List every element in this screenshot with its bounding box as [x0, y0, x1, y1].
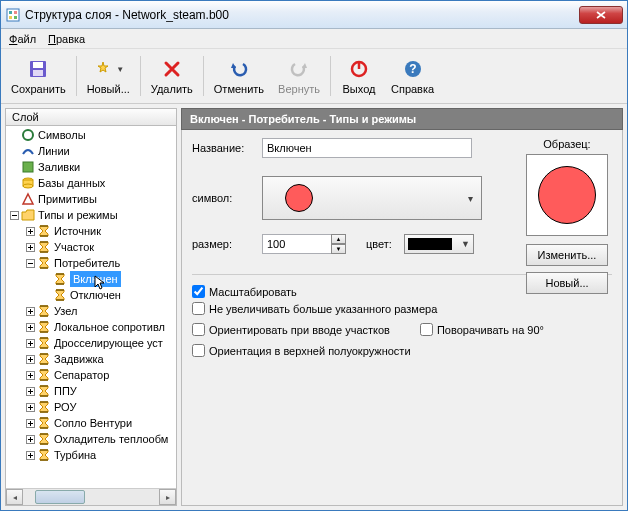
new-button[interactable]: ▼ Новый... — [81, 52, 136, 100]
horizontal-scrollbar[interactable]: ◂ ▸ — [6, 488, 176, 505]
redo-button[interactable]: Вернуть — [272, 52, 326, 100]
color-swatch — [408, 238, 452, 250]
menu-edit[interactable]: Правка — [44, 31, 89, 47]
content-header: Включен - Потребитель - Типы и режимы — [181, 108, 623, 130]
sample-label: Образец: — [522, 138, 612, 150]
tree-item[interactable]: Сопло Вентури — [6, 415, 176, 431]
tree-item[interactable]: Источник — [6, 223, 176, 239]
body: Слой СимволыЛинииЗаливкиБазы данныхПрими… — [1, 104, 627, 510]
tree-item-label: Турбина — [54, 447, 96, 463]
tree-item[interactable]: Задвижка — [6, 351, 176, 367]
tree-item[interactable]: Потребитель — [6, 255, 176, 271]
delete-button[interactable]: Удалить — [145, 52, 199, 100]
scroll-left-button[interactable]: ◂ — [6, 489, 23, 505]
orient-label: Ориентировать при вводе участков — [209, 324, 390, 336]
save-button[interactable]: Сохранить — [5, 52, 72, 100]
undo-button[interactable]: Отменить — [208, 52, 270, 100]
expand-icon[interactable] — [24, 435, 36, 444]
expand-icon[interactable] — [24, 451, 36, 460]
redo-icon — [289, 57, 309, 81]
size-input[interactable] — [262, 234, 332, 254]
tree-item[interactable]: Узел — [6, 303, 176, 319]
svg-rect-7 — [33, 70, 43, 76]
scroll-right-button[interactable]: ▸ — [159, 489, 176, 505]
hour-icon — [36, 448, 52, 462]
hour-icon — [36, 400, 52, 414]
tree-panel: Слой СимволыЛинииЗаливкиБазы данныхПрими… — [5, 108, 177, 506]
close-button[interactable] — [579, 6, 623, 24]
tree-item[interactable]: Сепаратор — [6, 367, 176, 383]
tree-item-label: Задвижка — [54, 351, 104, 367]
tree-item[interactable]: Типы и режимы — [6, 207, 176, 223]
hour-icon — [36, 416, 52, 430]
change-button[interactable]: Изменить... — [526, 244, 608, 266]
tree-item[interactable]: Базы данных — [6, 175, 176, 191]
exit-icon — [350, 57, 368, 81]
tree-item-label: Линии — [38, 143, 70, 159]
hour-icon — [36, 304, 52, 318]
tree-body[interactable]: СимволыЛинииЗаливкиБазы данныхПримитивыТ… — [5, 126, 177, 506]
tree-item[interactable]: Участок — [6, 239, 176, 255]
svg-rect-0 — [7, 9, 19, 21]
content-body: Название: символ: ▾ размер: ▲▼ — [181, 130, 623, 506]
tree-item-label: Примитивы — [38, 191, 97, 207]
symbol-dropdown[interactable]: ▾ — [262, 176, 482, 220]
new-symbol-button[interactable]: Новый... — [526, 272, 608, 294]
symbol-label: символ: — [192, 192, 262, 204]
undo-icon — [229, 57, 249, 81]
nolarger-label: Не увеличивать больше указанного размера — [209, 303, 437, 315]
scroll-thumb[interactable] — [35, 490, 85, 504]
hour-icon — [36, 384, 52, 398]
expand-icon[interactable] — [24, 323, 36, 332]
expand-icon[interactable] — [24, 419, 36, 428]
tree-item[interactable]: Отключен — [6, 287, 176, 303]
fill-icon — [20, 160, 36, 174]
rotate-label: Поворачивать на 90° — [437, 324, 544, 336]
name-input[interactable] — [262, 138, 472, 158]
tree-item[interactable]: Примитивы — [6, 191, 176, 207]
size-spinner[interactable]: ▲▼ — [331, 234, 346, 254]
expand-icon[interactable] — [24, 339, 36, 348]
hour-icon — [36, 368, 52, 382]
svg-rect-4 — [14, 16, 17, 19]
expand-icon[interactable] — [24, 355, 36, 364]
tree-item[interactable]: Включен — [6, 271, 176, 287]
upper-checkbox[interactable] — [192, 344, 205, 357]
hour-icon — [36, 256, 52, 270]
expand-icon[interactable] — [24, 243, 36, 252]
name-label: Название: — [192, 142, 262, 154]
collapse-icon[interactable] — [8, 211, 20, 220]
expand-icon[interactable] — [24, 371, 36, 380]
rotate-checkbox[interactable] — [420, 323, 433, 336]
new-icon: ▼ — [92, 57, 124, 81]
expand-icon[interactable] — [24, 387, 36, 396]
tree-item[interactable]: Линии — [6, 143, 176, 159]
tree-item[interactable]: Охладитель теплообм — [6, 431, 176, 447]
sym-icon — [20, 128, 36, 142]
scale-label: Масштабировать — [209, 286, 297, 298]
tree-item[interactable]: Локальное сопротивл — [6, 319, 176, 335]
expand-icon[interactable] — [24, 307, 36, 316]
delete-icon — [163, 57, 181, 81]
tree-item[interactable]: ППУ — [6, 383, 176, 399]
tree-item[interactable]: Заливки — [6, 159, 176, 175]
titlebar[interactable]: Структура слоя - Network_steam.b00 — [1, 1, 627, 29]
app-icon — [5, 7, 21, 23]
collapse-icon[interactable] — [24, 259, 36, 268]
orient-checkbox[interactable] — [192, 323, 205, 336]
color-dropdown[interactable]: ▼ — [404, 234, 474, 254]
hour-icon — [36, 240, 52, 254]
tree-item[interactable]: Символы — [6, 127, 176, 143]
expand-icon[interactable] — [24, 227, 36, 236]
tree-item[interactable]: Дросселирующее уст — [6, 335, 176, 351]
tree-item[interactable]: Турбина — [6, 447, 176, 463]
scale-checkbox[interactable] — [192, 285, 205, 298]
nolarger-checkbox[interactable] — [192, 302, 205, 315]
exit-button[interactable]: Выход — [335, 52, 383, 100]
menu-file[interactable]: Файл — [5, 31, 40, 47]
tree-item-label: Символы — [38, 127, 86, 143]
menubar: Файл Правка — [1, 29, 627, 49]
expand-icon[interactable] — [24, 403, 36, 412]
help-button[interactable]: ? Справка — [385, 52, 440, 100]
tree-item[interactable]: РОУ — [6, 399, 176, 415]
